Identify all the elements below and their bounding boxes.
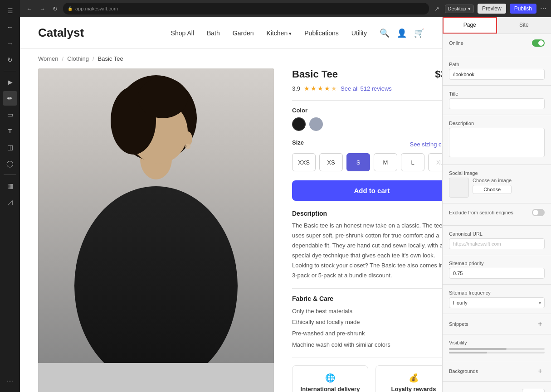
tool-sidebar[interactable]: ☰ [3,4,17,18]
size-options: XXS XS S M L XL [292,153,442,171]
svg-point-7 [138,77,188,118]
sitemap-priority-input[interactable] [449,268,545,279]
reviews-link[interactable]: See all 512 reviews [341,85,392,92]
viewport-label: Desktop [448,6,466,11]
tool-more-vert[interactable]: ⋯ [3,374,17,388]
star-1: ★ [304,85,310,92]
feature-card-loyalty: 💰 Loyalty rewards Don't look at other te… [375,365,442,392]
tool-text[interactable]: T [3,124,17,138]
viewport-selector[interactable]: Desktop ▾ [445,5,474,13]
size-chart-link[interactable]: See sizing chart [410,141,443,148]
tool-cursor[interactable]: ▶ [3,75,17,89]
tool-component[interactable]: ◯ [3,156,17,171]
more-options-btn[interactable]: ⋯ [540,5,546,12]
reload-btn[interactable]: ↻ [51,5,59,13]
panel-row-gap-section: Row gap [443,382,551,392]
color-label: Color [292,107,442,114]
size-xl[interactable]: XL [428,153,442,171]
size-s[interactable]: S [346,153,370,171]
size-header: Size See sizing chart [292,139,442,150]
nav-shop-all[interactable]: Shop All [171,29,194,37]
product-details: Basic Tee $35 3.9 ★ ★ ★ ★ ★ [292,68,442,392]
size-xs[interactable]: XS [319,153,343,171]
title-label: Title [449,91,545,97]
snippets-add-button[interactable]: + [536,319,545,329]
loyalty-title: Loyalty rewards [383,386,442,392]
fabric-item-4: Machine wash cold with similar colors [292,339,442,351]
sitemap-frequency-label: Sitemap frequency [449,290,545,295]
title-input[interactable] [449,98,545,109]
panel-path-section: Path [443,56,551,86]
breadcrumb-women[interactable]: Women [38,55,59,62]
description-title: Description [292,210,442,217]
tab-page[interactable]: Page [443,17,497,34]
nav-bath[interactable]: Bath [207,29,220,37]
panel-backgrounds-section: Backgrounds + [443,361,551,382]
reviews-row: 3.9 ★ ★ ★ ★ ★ See all 512 reviews [292,85,442,92]
panel-sitemap-frequency-section: Sitemap frequency Hourly Daily Weekly Mo… [443,285,551,314]
external-link-icon[interactable]: ↗ [433,5,441,13]
tool-shape[interactable]: ▭ [3,107,17,122]
add-to-cart-button[interactable]: Add to cart [292,180,442,201]
breadcrumb: Women / Clothing / Basic Tee [20,49,442,68]
fabric-item-3: Pre-washed and pre-shrunk [292,328,442,339]
size-m[interactable]: M [374,153,397,171]
product-price: $35 [435,68,442,80]
description-textarea[interactable] [449,128,545,157]
publish-button[interactable]: Publish [510,4,536,14]
vis-track-inner-2 [449,352,487,353]
tool-layers[interactable]: ▦ [3,179,17,193]
fabric-item-1: Only the best materials [292,306,442,317]
online-toggle[interactable] [532,39,545,47]
tool-pointer[interactable]: ✏ [3,91,17,106]
panel-online-section: Online [443,34,551,56]
description-section: Description The Basic tee is an honest n… [292,210,442,281]
nav-garden[interactable]: Garden [233,29,254,37]
cart-icon[interactable]: 🛒 [414,28,424,38]
size-xxs[interactable]: XXS [292,153,316,171]
color-swatch-black[interactable] [292,117,306,131]
search-icon[interactable]: 🔍 [380,28,390,38]
user-icon[interactable]: 👤 [397,28,407,38]
canonical-url-input[interactable] [449,238,545,249]
backgrounds-add-button[interactable]: + [536,367,545,376]
path-label: Path [449,62,545,67]
panel-title-section: Title [443,86,551,115]
product-image [38,68,274,363]
social-image-right: Choose an image Choose [473,178,512,194]
preview-button[interactable]: Preview [478,4,506,14]
tool-back[interactable]: ← [3,20,17,34]
tool-image[interactable]: ◫ [3,140,17,155]
visibility-label: Visibility [449,340,545,345]
sitemap-priority-label: Sitemap priority [449,261,545,266]
panel-canonical-section: Canonical URL [443,226,551,255]
choose-image-button[interactable]: Choose [473,185,512,194]
size-l[interactable]: L [401,153,424,171]
tool-forward[interactable]: → [3,36,17,51]
tool-assets[interactable]: ◿ [3,195,17,209]
nav-kitchen[interactable]: Kitchen [267,29,292,37]
forward-btn[interactable]: → [38,5,47,13]
browser-chrome: ← → ↻ 🔒 app.makeswift.com ↗ Desktop ▾ Pr… [20,0,551,17]
color-swatch-gray[interactable] [309,117,323,131]
stars: ★ ★ ★ ★ ★ [304,85,337,92]
breadcrumb-clothing[interactable]: Clothing [67,55,89,62]
path-input[interactable] [449,69,545,80]
exclude-label: Exclude from search engines [449,210,513,215]
tool-refresh[interactable]: ↻ [3,53,17,67]
visibility-bar [449,348,545,353]
back-btn[interactable]: ← [24,5,34,13]
tab-site[interactable]: Site [497,17,551,34]
product-image-container [38,68,274,392]
nav-publications[interactable]: Publications [304,29,339,37]
choose-image-label: Choose an image [473,178,512,183]
description-label: Description [449,121,545,126]
exclude-toggle[interactable] [532,209,545,216]
row-gap-input[interactable] [522,389,545,392]
sitemap-frequency-wrapper: Hourly Daily Weekly Monthly [449,295,545,308]
panel-description-section: Description [443,115,551,165]
sitemap-frequency-select[interactable]: Hourly Daily Weekly Monthly [449,297,545,308]
nav-utility[interactable]: Utility [351,29,367,37]
snippets-label: Snippets [449,321,468,327]
exclude-row: Exclude from search engines [449,209,545,216]
